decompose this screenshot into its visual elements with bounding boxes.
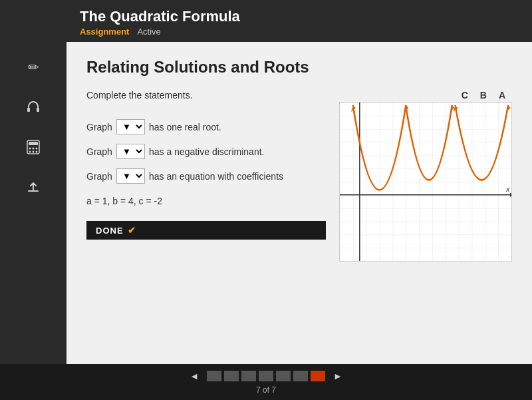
sidebar: ✏ bbox=[0, 42, 66, 364]
prev-arrow[interactable]: ◄ bbox=[184, 371, 204, 381]
page-title: The Quadratic Formula bbox=[80, 8, 521, 25]
svg-point-6 bbox=[36, 148, 38, 150]
headphones-icon[interactable] bbox=[21, 95, 45, 119]
svg-text:x: x bbox=[505, 185, 510, 193]
content-panel: Relating Solutions and Roots Complete th… bbox=[66, 42, 532, 364]
nav-dot-4[interactable] bbox=[259, 371, 273, 381]
statement-1-dropdown[interactable]: ▼ A B C bbox=[116, 119, 145, 134]
content-body: Complete the statements. Graph ▼ A B C h… bbox=[86, 90, 512, 348]
page-meta: Assignment Active bbox=[80, 27, 521, 37]
nav-dot-2[interactable] bbox=[224, 371, 239, 381]
section-title: Relating Solutions and Roots bbox=[86, 58, 512, 77]
svg-point-4 bbox=[29, 148, 31, 150]
statement-3-suffix: has an equation with coefficients bbox=[149, 171, 283, 182]
statement-row-2: Graph ▼ A B C has a negative discriminan… bbox=[86, 144, 326, 159]
graph-labels: C B A bbox=[339, 90, 512, 100]
svg-point-8 bbox=[33, 151, 35, 153]
svg-point-5 bbox=[33, 148, 35, 150]
done-button-label: DONE bbox=[96, 226, 124, 236]
statement-3-prefix: Graph bbox=[86, 171, 112, 182]
left-content: Complete the statements. Graph ▼ A B C h… bbox=[86, 90, 326, 348]
svg-rect-0 bbox=[27, 108, 30, 112]
nav-dot-7[interactable] bbox=[311, 371, 325, 381]
statement-1-prefix: Graph bbox=[86, 122, 112, 132]
pencil-icon[interactable]: ✏ bbox=[21, 55, 45, 79]
statement-1-suffix: has one real root. bbox=[149, 122, 221, 132]
graph-label-c: C bbox=[462, 90, 468, 100]
graph-label-a: A bbox=[499, 90, 505, 100]
instructions-text: Complete the statements. bbox=[86, 90, 326, 100]
statement-3-dropdown[interactable]: ▼ A B C bbox=[116, 168, 145, 184]
calculator-icon[interactable] bbox=[21, 135, 45, 159]
status-badge: Active bbox=[137, 27, 160, 37]
done-button[interactable]: DONE ✔ bbox=[86, 221, 326, 240]
svg-point-7 bbox=[29, 151, 31, 153]
svg-rect-3 bbox=[29, 142, 38, 145]
statement-2-prefix: Graph bbox=[86, 146, 112, 157]
graph-container: C B A bbox=[339, 90, 512, 348]
nav-dot-3[interactable] bbox=[241, 371, 256, 381]
nav-dot-5[interactable] bbox=[276, 371, 291, 381]
done-check-icon: ✔ bbox=[128, 225, 136, 236]
graph-canvas: x bbox=[339, 102, 512, 262]
svg-point-9 bbox=[36, 151, 38, 153]
page-indicator: 7 of 7 bbox=[256, 385, 276, 395]
statement-row-1: Graph ▼ A B C has one real root. bbox=[86, 119, 326, 134]
graph-label-b: B bbox=[480, 90, 487, 100]
assignment-badge: Assignment bbox=[80, 27, 129, 37]
top-header: The Quadratic Formula Assignment Active bbox=[0, 0, 532, 42]
statement-row-3: Graph ▼ A B C has an equation with coeff… bbox=[86, 168, 326, 184]
svg-rect-10 bbox=[340, 102, 511, 261]
nav-dot-6[interactable] bbox=[293, 371, 308, 381]
svg-marker-12 bbox=[510, 193, 511, 197]
bottom-nav: ◄ ► 7 of 7 bbox=[0, 364, 532, 400]
upload-icon[interactable] bbox=[21, 175, 45, 199]
nav-dot-1[interactable] bbox=[207, 371, 221, 381]
next-arrow[interactable]: ► bbox=[328, 371, 348, 381]
main-area: ✏ bbox=[0, 42, 532, 364]
statement-2-dropdown[interactable]: ▼ A B C bbox=[116, 144, 145, 159]
statement-2-suffix: has a negative discriminant. bbox=[149, 146, 265, 157]
svg-rect-1 bbox=[37, 108, 39, 112]
equation-line: a = 1, b = 4, c = -2 bbox=[86, 196, 326, 206]
nav-dots: ◄ ► bbox=[184, 371, 348, 381]
